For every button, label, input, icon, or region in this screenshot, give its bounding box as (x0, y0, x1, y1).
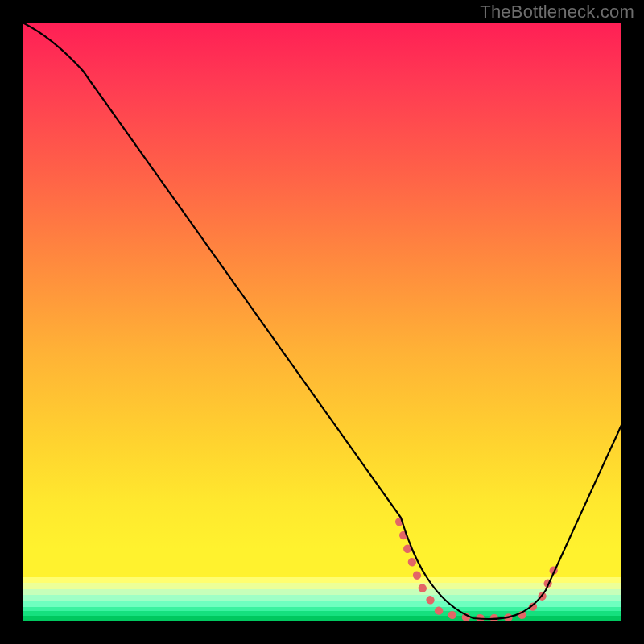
chart-container: TheBottleneck.com (0, 0, 644, 644)
bottleneck-curve-line (23, 23, 621, 619)
chart-svg (23, 23, 621, 621)
watermark-label: TheBottleneck.com (480, 2, 634, 23)
plot-area (23, 23, 621, 621)
